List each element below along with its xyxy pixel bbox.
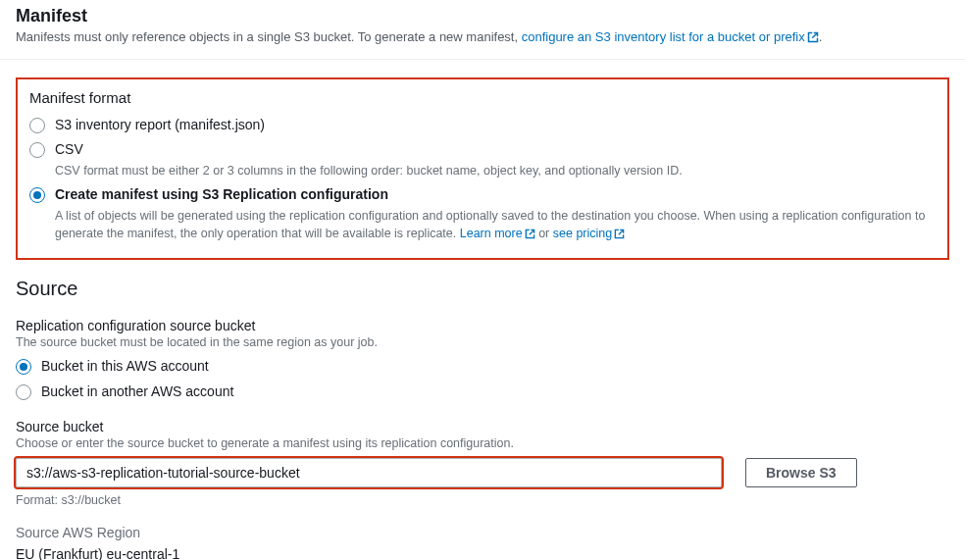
radio-help-replication: A list of objects will be generated usin… xyxy=(55,207,936,244)
radio-replication-config[interactable]: Create manifest using S3 Replication con… xyxy=(29,185,936,244)
radio-input-inventory[interactable] xyxy=(29,118,45,133)
source-bucket-input[interactable] xyxy=(16,458,722,487)
replication-source-bucket-group: Replication configuration source bucket … xyxy=(16,318,949,401)
external-link-icon xyxy=(525,227,535,244)
repl-src-help: The source bucket must be located in the… xyxy=(16,335,949,349)
manifest-format-section: Manifest format S3 inventory report (man… xyxy=(16,77,949,260)
manifest-description: Manifests must only reference objects in… xyxy=(16,28,949,49)
configure-inventory-link[interactable]: configure an S3 inventory list for a buc… xyxy=(522,29,819,44)
radio-input-this-account[interactable] xyxy=(16,359,31,375)
external-link-icon xyxy=(807,30,819,49)
source-bucket-format-hint: Format: s3://bucket xyxy=(16,493,949,507)
radio-label-replication: Create manifest using S3 Replication con… xyxy=(55,185,936,205)
source-region-group: Source AWS Region EU (Frankfurt) eu-cent… xyxy=(16,525,949,560)
manifest-format-title: Manifest format xyxy=(29,89,936,106)
external-link-icon xyxy=(614,227,625,244)
source-title: Source xyxy=(16,278,949,300)
source-region-value: EU (Frankfurt) eu-central-1 xyxy=(16,546,949,560)
radio-help-csv: CSV format must be either 2 or 3 columns… xyxy=(55,162,936,179)
radio-input-replication[interactable] xyxy=(29,187,45,203)
radio-csv[interactable]: CSV CSV format must be either 2 or 3 col… xyxy=(29,140,936,179)
radio-input-csv[interactable] xyxy=(29,142,45,158)
repl-src-label: Replication configuration source bucket xyxy=(16,318,949,333)
learn-more-link[interactable]: Learn more xyxy=(460,227,535,240)
browse-s3-button[interactable]: Browse S3 xyxy=(745,458,857,487)
radio-label-csv: CSV xyxy=(55,140,936,160)
source-bucket-help: Choose or enter the source bucket to gen… xyxy=(16,436,949,450)
radio-input-other-account[interactable] xyxy=(16,384,31,400)
source-bucket-group: Source bucket Choose or enter the source… xyxy=(16,419,949,507)
section-divider xyxy=(0,59,965,60)
source-region-label: Source AWS Region xyxy=(16,525,949,540)
radio-bucket-this-account[interactable]: Bucket in this AWS account xyxy=(16,357,949,377)
radio-inventory-report[interactable]: S3 inventory report (manifest.json) xyxy=(29,116,936,135)
radio-label-inventory: S3 inventory report (manifest.json) xyxy=(55,116,936,135)
see-pricing-link[interactable]: see pricing xyxy=(553,227,625,240)
manifest-title: Manifest xyxy=(16,6,949,26)
radio-label-other-account: Bucket in another AWS account xyxy=(41,382,949,402)
source-bucket-label: Source bucket xyxy=(16,419,949,434)
manifest-header: Manifest Manifests must only reference o… xyxy=(16,6,949,49)
radio-bucket-other-account[interactable]: Bucket in another AWS account xyxy=(16,382,949,402)
radio-label-this-account: Bucket in this AWS account xyxy=(41,357,949,377)
